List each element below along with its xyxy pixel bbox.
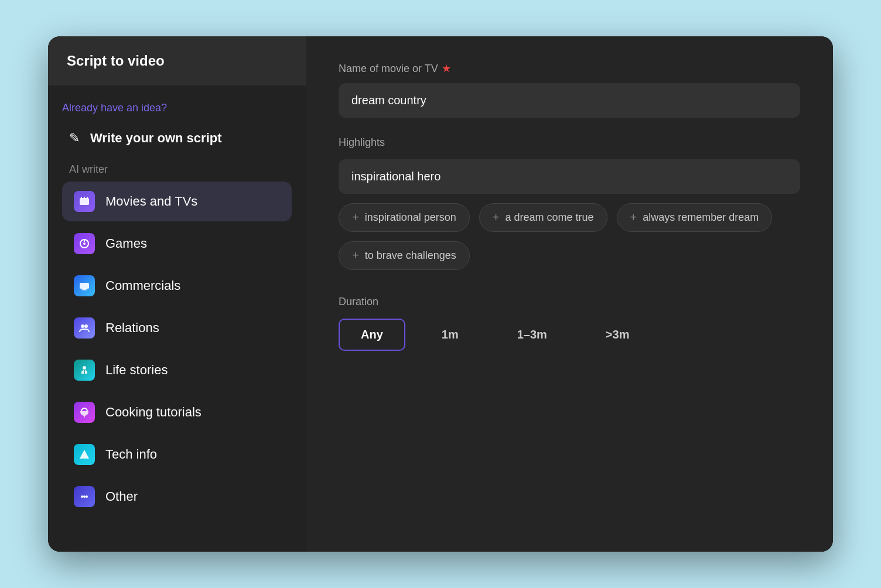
duration-any[interactable]: Any [339, 319, 405, 351]
svg-rect-7 [80, 283, 89, 289]
sidebar: Script to video Already have an idea? ✎ … [48, 36, 306, 552]
sidebar-item-other[interactable]: Other [62, 477, 292, 517]
sidebar-item-cooking[interactable]: Cooking tutorials [62, 392, 292, 432]
movie-name-label: Name of movie or TV ★ [339, 62, 800, 75]
svg-rect-3 [87, 197, 88, 199]
sidebar-item-commercials-label: Commercials [105, 278, 180, 293]
sidebar-item-relations[interactable]: Relations [62, 308, 292, 348]
sidebar-item-techinfo-label: Tech info [105, 447, 157, 462]
sidebar-item-techinfo[interactable]: Tech info [62, 435, 292, 474]
main-content: Name of movie or TV ★ Highlights + inspi… [306, 36, 833, 552]
highlight-tag-label-0: inspirational person [365, 211, 456, 224]
sidebar-item-commercials[interactable]: Commercials [62, 266, 292, 306]
sidebar-item-lifestories[interactable]: Life stories [62, 350, 292, 390]
highlights-label: Highlights [339, 136, 800, 149]
app-title: Script to video [67, 53, 165, 69]
sidebar-item-games[interactable]: Games [62, 224, 292, 264]
sidebar-item-cooking-label: Cooking tutorials [105, 405, 202, 420]
other-icon [74, 486, 95, 507]
write-script-item[interactable]: ✎ Write your own script [62, 125, 292, 152]
sidebar-item-games-label: Games [105, 236, 147, 251]
highlight-tag-label-3: to brave challenges [365, 249, 456, 262]
svg-rect-9 [81, 289, 87, 290]
sidebar-header: Script to video [48, 36, 306, 86]
already-have-label: Already have an idea? [62, 102, 292, 114]
highlight-tag-3[interactable]: + to brave challenges [339, 241, 470, 270]
write-script-label: Write your own script [90, 131, 222, 146]
relations-icon [74, 317, 95, 339]
highlights-input[interactable] [339, 159, 800, 194]
highlight-tag-label-1: a dream come true [505, 211, 593, 224]
svg-point-16 [86, 495, 88, 498]
duration-1-3m[interactable]: 1–3m [495, 319, 569, 351]
required-indicator: ★ [442, 62, 451, 75]
ai-writer-label: AI writer [62, 163, 292, 176]
svg-point-5 [83, 242, 86, 245]
sidebar-item-other-label: Other [105, 489, 138, 504]
duration-3m-plus[interactable]: >3m [583, 319, 652, 351]
pencil-icon: ✎ [69, 131, 80, 146]
techinfo-icon [74, 444, 95, 465]
plus-icon-2: + [630, 211, 637, 224]
highlight-tag-0[interactable]: + inspirational person [339, 203, 470, 232]
svg-rect-2 [84, 197, 85, 199]
games-icon [74, 233, 95, 254]
svg-rect-1 [81, 197, 82, 199]
movie-name-input[interactable] [339, 83, 800, 118]
highlight-tag-label-2: always remember dream [643, 211, 759, 224]
highlights-tags: + inspirational person + a dream come tr… [339, 203, 800, 277]
sidebar-content: Already have an idea? ✎ Write your own s… [48, 86, 306, 552]
svg-point-10 [81, 324, 84, 328]
sidebar-item-relations-label: Relations [105, 320, 159, 336]
movies-icon [74, 191, 95, 212]
svg-point-15 [83, 495, 86, 498]
svg-point-11 [84, 324, 88, 328]
sidebar-item-movies[interactable]: Movies and TVs [62, 182, 292, 221]
svg-point-12 [83, 366, 86, 370]
sidebar-item-lifestories-label: Life stories [105, 363, 168, 378]
plus-icon-0: + [352, 211, 359, 224]
duration-1m[interactable]: 1m [419, 319, 481, 351]
cooking-icon [74, 402, 95, 423]
svg-point-14 [81, 495, 83, 498]
app-window: Script to video Already have an idea? ✎ … [48, 36, 833, 552]
commercials-icon [74, 275, 95, 296]
duration-label: Duration [339, 296, 800, 308]
lifestories-icon [74, 360, 95, 381]
highlight-tag-1[interactable]: + a dream come true [479, 203, 607, 232]
plus-icon-1: + [493, 211, 500, 224]
sidebar-item-movies-label: Movies and TVs [105, 194, 197, 209]
duration-options: Any 1m 1–3m >3m [339, 319, 800, 351]
svg-rect-13 [84, 415, 85, 418]
highlight-tag-2[interactable]: + always remember dream [617, 203, 773, 232]
plus-icon-3: + [352, 249, 359, 262]
